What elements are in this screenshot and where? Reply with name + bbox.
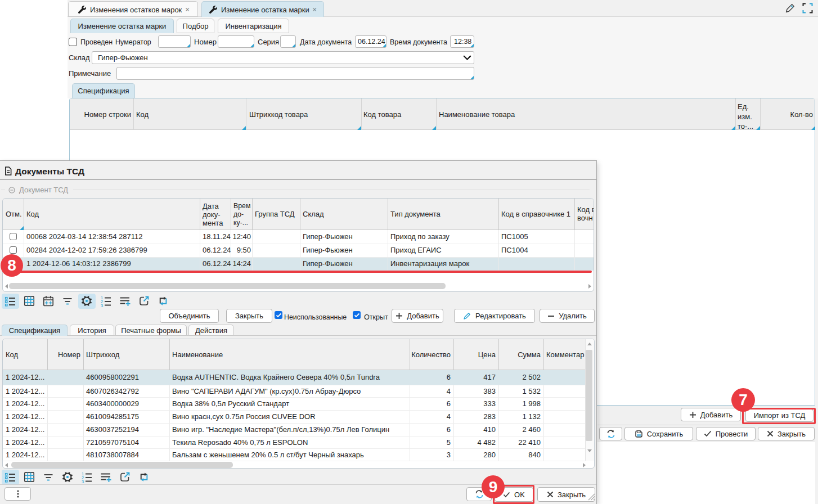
svg-text:3: 3 [82, 479, 84, 483]
svg-text:3: 3 [101, 303, 103, 307]
